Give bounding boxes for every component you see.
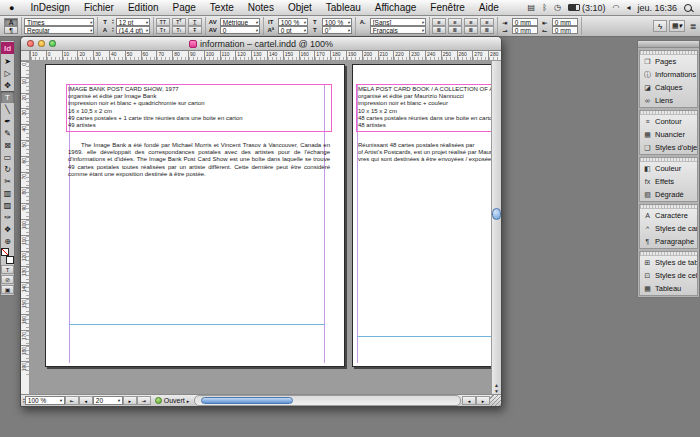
align-right-icon[interactable]: ≡ [464,18,478,26]
rectangle-tool[interactable]: ▭ [1,151,14,163]
menu-item[interactable]: Aide [472,2,506,13]
font-size-field[interactable]: 12 pt▾ [116,18,150,26]
indent-first-line-field[interactable]: 0 mm [512,26,538,34]
font-style-select[interactable]: Regular▾ [24,26,94,34]
indent-right-field[interactable]: 0 mm [552,18,578,26]
justify-all-icon[interactable]: ≣ [464,26,478,34]
pen-tool[interactable]: ✒ [1,115,14,127]
type-tool[interactable]: T [1,91,14,103]
panel-styles-tableau[interactable]: ⊞Styles de tableau [640,256,697,269]
panel-nuancier[interactable]: ▦Nuancier [640,128,697,141]
apple-menu-icon[interactable]: ● [0,3,23,13]
kerning-select[interactable]: Métrique▾ [220,18,260,26]
small-caps-icon[interactable]: Tᴛ [156,26,170,34]
selection-tool[interactable]: ➤ [1,55,14,67]
justify-left-icon[interactable]: ≡ [480,18,494,26]
zoom-tool[interactable]: ⊕ [1,235,14,247]
justify-right-icon[interactable]: ≣ [448,26,462,34]
pencil-tool[interactable]: ✎ [1,127,14,139]
view-mode-button[interactable]: ▣ [1,285,14,294]
panel-informations[interactable]: ⓘInformations [640,68,697,81]
align-left-icon[interactable]: ≡ [432,18,446,26]
direct-selection-tool[interactable]: ▷ [1,67,14,79]
indent-last-line-field[interactable]: 0 mm [552,26,578,34]
dock-header[interactable] [638,41,699,48]
character-formatting-button[interactable]: A [4,18,18,26]
skew-field[interactable]: 0°▾ [322,26,352,34]
page-right[interactable]: MELA POST CARD BOOK / A COLLECTION OF Ao… [352,64,491,367]
catalog-entry-heading[interactable]: IMAGE BANK POST CARD SHOW, 1977organisé … [68,86,330,129]
ruler-guide[interactable] [69,324,325,325]
position-tool[interactable]: ✥ [1,79,14,91]
battery-indicator[interactable]: (3:10) [568,3,606,13]
menu-item[interactable]: Tableau [319,2,368,13]
vertical-scrollbar-thumb[interactable] [492,208,501,220]
stroke-swatch[interactable] [6,256,14,264]
eyedropper-tool[interactable]: ✑ [1,211,14,223]
document-status[interactable]: Ouvert ▸ [151,397,194,404]
window-title-bar[interactable]: information – cartel.indd @ 100% [21,37,501,51]
next-page-button[interactable]: ▸ [123,396,137,405]
scissors-tool[interactable]: ✂ [1,175,14,187]
scroll-left-button[interactable]: ◂ [462,396,476,405]
panel-caractere[interactable]: ACaractère [640,209,697,222]
menu-clock[interactable]: jeu. 16:36 [637,3,677,13]
horizontal-scrollbar-thumb[interactable] [201,397,293,404]
page-left[interactable]: IMAGE BANK POST CARD SHOW, 1977organisé … [45,64,345,367]
menu-item[interactable]: Fenêtre [423,2,471,13]
ruler-guide[interactable] [357,336,491,337]
vertical-scroll-arrows[interactable]: ▲▼ [492,382,501,394]
hand-tool[interactable]: ❖ [1,223,14,235]
apply-none-button[interactable]: ⊘ [1,275,14,284]
panel-styles-cellule[interactable]: ⊡Styles de cellule [640,269,697,282]
menu-item[interactable]: Edition [121,2,166,13]
panel-effets[interactable]: fxEffets [640,175,697,188]
panel-calques[interactable]: ◪Calques [640,81,697,94]
ruler-origin-box[interactable] [21,51,30,61]
clock-icon[interactable]: ◷ [554,4,561,12]
page-number-field[interactable]: 20▾ [93,396,123,405]
underline-icon[interactable]: T̲ [188,18,202,26]
paragraph-formatting-button[interactable]: ¶ [4,26,18,34]
pasteboard[interactable]: IMAGE BANK POST CARD SHOW, 1977organisé … [30,61,491,394]
character-style-select[interactable]: [Sans]▾ [370,18,426,26]
panel-degrade[interactable]: ▧Dégradé [640,188,697,201]
formatting-affects-text-button[interactable]: T [1,265,14,274]
menu-item[interactable]: Notes [241,2,281,13]
panel-styles-caractere[interactable]: ᴬStyles de carac... [640,222,697,235]
last-page-button[interactable]: ⇥ [137,396,151,405]
panel-couleur[interactable]: ◧Couleur [640,162,697,175]
gradient-tool[interactable]: ▥ [1,187,14,199]
menu-item[interactable]: Page [166,2,203,13]
control-panel-menu-icon[interactable]: ≣ [688,17,698,35]
indent-left-field[interactable]: 0 mm [512,18,538,26]
fill-stroke-swatches[interactable] [1,248,14,264]
panel-liens[interactable]: ∞Liens [640,94,697,107]
catalog-entry-paragraph[interactable]: Réunissant 48 cartes postales réalisées … [358,142,491,164]
close-button[interactable] [27,40,34,47]
panel-pages[interactable]: ❐Pages [640,55,697,68]
panel-styles-objet[interactable]: ❑Styles d'objet [640,141,697,154]
stepper-icon[interactable]: ▴▾ [112,27,114,33]
menu-item[interactable]: Fichier [77,2,121,13]
zoom-button[interactable] [49,40,56,47]
language-select[interactable]: Français▾ [370,26,426,34]
horizontal-scrollbar[interactable] [194,395,461,406]
vertical-scrollbar[interactable]: ▲▼ [491,61,501,394]
panel-paragraphe[interactable]: ¶Paragraphe [640,235,697,248]
wifi-icon[interactable]: ◠ [612,4,619,12]
quick-apply-button[interactable]: ϟ [653,20,667,32]
window-resize-grip[interactable] [490,395,501,406]
volume-icon[interactable]: ◂ [626,4,630,12]
justify-center-icon[interactable]: ≣ [432,26,446,34]
menu-item[interactable]: Texte [203,2,241,13]
first-page-button[interactable]: ⇤ [65,396,79,405]
vertical-ruler[interactable]: 0102030405060708090100110120130140150160… [21,61,30,394]
horizontal-ruler[interactable]: 1001020304050607080901001101201301401501… [30,51,501,61]
align-grid-icon[interactable]: ≣ [480,26,494,34]
fill-swatch[interactable] [1,248,9,256]
menu-item[interactable]: InDesign [23,2,76,13]
horizontal-scale-field[interactable]: 100 %▾ [322,18,352,26]
strikethrough-icon[interactable]: Ŧ [188,26,202,34]
menu-item[interactable]: Objet [281,2,319,13]
